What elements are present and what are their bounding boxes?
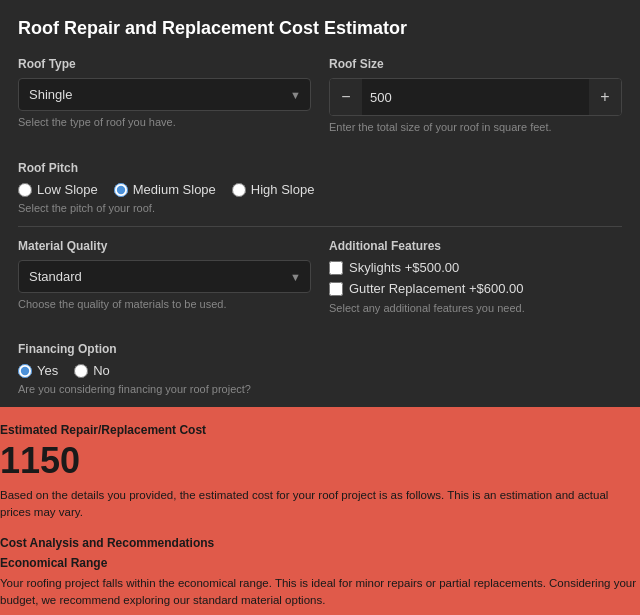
divider-1 [18,226,622,227]
roof-size-section: Roof Size − + Enter the total size of yo… [329,57,622,133]
material-quality-select[interactable]: Economy Standard Premium [18,260,311,293]
roof-pitch-radio-group: Low Slope Medium Slope High Slope [18,182,622,197]
gutter-replacement-option[interactable]: Gutter Replacement +$600.00 [329,281,622,296]
roof-pitch-section: Roof Pitch Low Slope Medium Slope High S… [18,161,622,214]
cost-label: Estimated Repair/Replacement Cost [0,423,640,437]
roof-type-hint: Select the type of roof you have. [18,116,311,128]
pitch-low-slope-option[interactable]: Low Slope [18,182,98,197]
range-title: Economical Range [0,556,640,570]
page-title: Roof Repair and Replacement Cost Estimat… [18,18,622,39]
material-quality-label: Material Quality [18,239,311,253]
roof-size-hint: Enter the total size of your roof in squ… [329,121,622,133]
gutter-replacement-checkbox[interactable] [329,282,343,296]
financing-yes-radio[interactable] [18,364,32,378]
pitch-low-slope-radio[interactable] [18,183,32,197]
financing-no-radio[interactable] [74,364,88,378]
material-quality-hint: Choose the quality of materials to be us… [18,298,311,310]
financing-section: Financing Option Yes No Are you consider… [18,342,622,395]
additional-features-section: Additional Features Skylights +$500.00 G… [329,239,622,314]
roof-type-wrapper: Shingle Metal Tile Flat ▼ [18,78,311,111]
pitch-medium-slope-radio[interactable] [114,183,128,197]
financing-hint: Are you considering financing your roof … [18,383,622,395]
roof-pitch-label: Roof Pitch [18,161,622,175]
roof-pitch-hint: Select the pitch of your roof. [18,202,622,214]
gutter-replacement-text: Gutter Replacement +$600.00 [349,281,524,296]
analysis-title: Cost Analysis and Recommendations [0,536,640,550]
results-section: Estimated Repair/Replacement Cost 1150 B… [0,407,640,615]
pitch-high-slope-text: High Slope [251,182,315,197]
financing-label: Financing Option [18,342,622,356]
pitch-medium-slope-text: Medium Slope [133,182,216,197]
roof-size-decrement-button[interactable]: − [330,79,362,115]
financing-radio-group: Yes No [18,363,622,378]
range-desc: Your roofing project falls within the ec… [0,575,640,611]
pitch-high-slope-option[interactable]: High Slope [232,182,315,197]
additional-features-hint: Select any additional features you need. [329,302,622,314]
roof-size-wrapper: − + [329,78,622,116]
roof-type-section: Roof Type Shingle Metal Tile Flat ▼ Sele… [18,57,311,133]
financing-no-text: No [93,363,110,378]
pitch-high-slope-radio[interactable] [232,183,246,197]
material-quality-section: Material Quality Economy Standard Premiu… [18,239,311,314]
roof-type-label: Roof Type [18,57,311,71]
material-quality-wrapper: Economy Standard Premium ▼ [18,260,311,293]
roof-size-label: Roof Size [329,57,622,71]
skylights-text: Skylights +$500.00 [349,260,459,275]
pitch-low-slope-text: Low Slope [37,182,98,197]
skylights-checkbox[interactable] [329,261,343,275]
roof-type-select[interactable]: Shingle Metal Tile Flat [18,78,311,111]
roof-size-input[interactable] [362,90,589,105]
financing-yes-text: Yes [37,363,58,378]
skylights-option[interactable]: Skylights +$500.00 [329,260,622,275]
financing-no-option[interactable]: No [74,363,110,378]
additional-features-label: Additional Features [329,239,622,253]
cost-value: 1150 [0,443,640,479]
roof-size-increment-button[interactable]: + [589,79,621,115]
financing-yes-option[interactable]: Yes [18,363,58,378]
cost-desc: Based on the details you provided, the e… [0,487,640,522]
pitch-medium-slope-option[interactable]: Medium Slope [114,182,216,197]
